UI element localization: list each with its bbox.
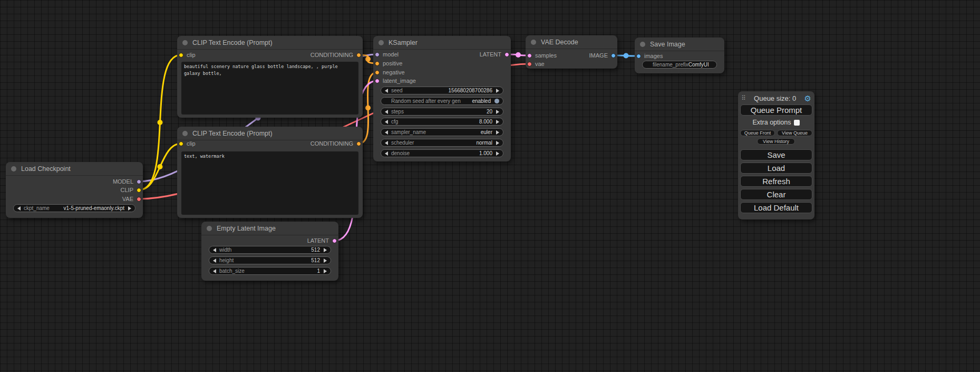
widget-value: 8.000: [479, 119, 492, 125]
increment-arrow-icon[interactable]: [496, 141, 499, 145]
clip-input-port[interactable]: [179, 141, 183, 146]
clip-input-port[interactable]: [179, 53, 183, 58]
increment-arrow-icon[interactable]: [128, 206, 131, 211]
decrement-arrow-icon[interactable]: [17, 206, 21, 211]
widget-name: steps: [391, 109, 404, 115]
decrement-arrow-icon[interactable]: [385, 89, 388, 93]
clear-button[interactable]: Clear: [740, 189, 812, 200]
widget-sampler-name[interactable]: sampler_name euler: [381, 128, 503, 136]
latent-image-input-port[interactable]: [375, 79, 380, 83]
widget-batch-size[interactable]: batch_size 1: [209, 267, 331, 275]
decrement-arrow-icon[interactable]: [385, 151, 388, 156]
output-slot-label: CLIP: [121, 187, 133, 193]
widget-ckpt-name[interactable]: ckpt_name v1-5-pruned-emaonly.ckpt: [13, 204, 135, 212]
images-input-port[interactable]: [636, 54, 641, 59]
increment-arrow-icon[interactable]: [496, 110, 499, 114]
view-queue-button[interactable]: View Queue: [777, 130, 812, 136]
link-midpoint-dot[interactable]: [365, 106, 371, 111]
view-history-button[interactable]: View History: [757, 138, 795, 145]
link-midpoint-dot[interactable]: [365, 56, 371, 62]
negative-input-port[interactable]: [375, 70, 380, 75]
widget-width[interactable]: width 512: [209, 246, 331, 254]
drag-handle-icon[interactable]: ⠿: [741, 95, 746, 101]
node-ksampler[interactable]: KSampler model LATENT positive negative …: [373, 36, 511, 161]
comfyui-canvas[interactable]: { "colors": { "MODEL": "#B39DDB", "CLIP"…: [0, 0, 980, 372]
prompt-textarea[interactable]: text, watermark: [181, 151, 358, 215]
positive-input-port[interactable]: [375, 61, 380, 66]
node-vae-decode[interactable]: VAE Decode samples IMAGE vae: [526, 35, 617, 69]
refresh-button[interactable]: Refresh: [740, 176, 812, 187]
latent-output-port[interactable]: [504, 52, 509, 57]
image-output-port[interactable]: [611, 53, 616, 58]
model-input-port[interactable]: [375, 52, 380, 57]
collapse-dot-icon[interactable]: [11, 166, 16, 171]
decrement-arrow-icon[interactable]: [213, 269, 216, 273]
latent-output-port[interactable]: [332, 239, 337, 243]
node-title: CLIP Text Encode (Prompt): [192, 130, 273, 137]
widget-steps[interactable]: steps 20: [381, 108, 503, 116]
link-midpoint-dot[interactable]: [624, 53, 629, 59]
increment-arrow-icon[interactable]: [496, 120, 499, 124]
widget-scheduler[interactable]: scheduler normal: [381, 139, 503, 147]
widget-height[interactable]: height 512: [209, 256, 331, 264]
decrement-arrow-icon[interactable]: [213, 248, 216, 252]
decrement-arrow-icon[interactable]: [385, 141, 388, 145]
settings-gear-icon[interactable]: ⚙: [804, 94, 811, 102]
node-titlebar[interactable]: CLIP Text Encode (Prompt): [177, 127, 363, 140]
decrement-arrow-icon[interactable]: [385, 120, 388, 124]
collapse-dot-icon[interactable]: [182, 40, 188, 45]
increment-arrow-icon[interactable]: [324, 269, 327, 273]
decrement-arrow-icon[interactable]: [385, 110, 388, 114]
extra-options-checkbox[interactable]: [794, 120, 800, 126]
node-save-image[interactable]: Save Image images filename_prefix ComfyU…: [635, 37, 724, 73]
collapse-dot-icon[interactable]: [640, 42, 645, 47]
node-clip-text-encode-positive[interactable]: CLIP Text Encode (Prompt) clip CONDITION…: [177, 36, 363, 118]
vae-output-port[interactable]: [137, 197, 141, 202]
save-button[interactable]: Save: [740, 149, 812, 160]
node-titlebar[interactable]: KSampler: [373, 36, 511, 50]
increment-arrow-icon[interactable]: [496, 89, 499, 93]
queue-prompt-button[interactable]: Queue Prompt: [740, 104, 812, 116]
load-button[interactable]: Load: [740, 163, 812, 174]
collapse-dot-icon[interactable]: [207, 226, 212, 231]
link-midpoint-dot[interactable]: [158, 164, 163, 169]
link-midpoint-dot[interactable]: [158, 120, 163, 125]
vae-input-port[interactable]: [527, 62, 532, 66]
node-clip-text-encode-negative[interactable]: CLIP Text Encode (Prompt) clip CONDITION…: [177, 127, 363, 218]
queue-front-button[interactable]: Queue Front: [740, 130, 775, 136]
prompt-textarea[interactable]: beautiful scenery nature glass bottle la…: [181, 62, 358, 115]
increment-arrow-icon[interactable]: [324, 248, 327, 252]
increment-arrow-icon[interactable]: [496, 151, 499, 156]
model-output-port[interactable]: [137, 179, 141, 184]
widget-filename-prefix[interactable]: filename_prefix ComfyUI: [642, 61, 717, 69]
collapse-dot-icon[interactable]: [182, 131, 188, 136]
comfy-menu-panel[interactable]: ⠿ Queue size: 0 ⚙ Queue Prompt Extra opt…: [738, 91, 814, 220]
node-titlebar[interactable]: Load Checkpoint: [6, 162, 143, 176]
node-title: CLIP Text Encode (Prompt): [192, 39, 273, 46]
widget-denoise[interactable]: denoise 1.000: [381, 149, 503, 157]
node-titlebar[interactable]: Save Image: [635, 37, 724, 51]
conditioning-output-port[interactable]: [356, 141, 361, 146]
widget-random-seed-toggle[interactable]: Random seed after every gen enabled: [381, 97, 503, 105]
node-title: VAE Decode: [541, 39, 578, 46]
conditioning-output-port[interactable]: [356, 53, 361, 58]
widget-seed[interactable]: seed 156680208700286: [381, 87, 503, 94]
collapse-dot-icon[interactable]: [531, 40, 536, 45]
output-slot-label: LATENT: [307, 237, 329, 244]
increment-arrow-icon[interactable]: [496, 130, 499, 135]
link-midpoint-dot[interactable]: [516, 52, 521, 58]
clip-output-port[interactable]: [137, 188, 141, 193]
toggle-indicator-icon[interactable]: [494, 99, 499, 103]
node-titlebar[interactable]: VAE Decode: [526, 35, 617, 49]
increment-arrow-icon[interactable]: [324, 259, 327, 263]
node-titlebar[interactable]: Empty Latent Image: [201, 222, 338, 235]
node-titlebar[interactable]: CLIP Text Encode (Prompt): [177, 36, 363, 50]
widget-cfg[interactable]: cfg 8.000: [381, 118, 503, 126]
decrement-arrow-icon[interactable]: [213, 259, 216, 263]
load-default-button[interactable]: Load Default: [740, 202, 812, 213]
node-empty-latent-image[interactable]: Empty Latent Image LATENT width 512 heig…: [201, 222, 338, 281]
collapse-dot-icon[interactable]: [379, 40, 384, 45]
samples-input-port[interactable]: [527, 53, 532, 58]
node-load-checkpoint[interactable]: Load Checkpoint MODEL CLIP VAE ckpt_name…: [6, 162, 143, 218]
decrement-arrow-icon[interactable]: [385, 130, 388, 135]
